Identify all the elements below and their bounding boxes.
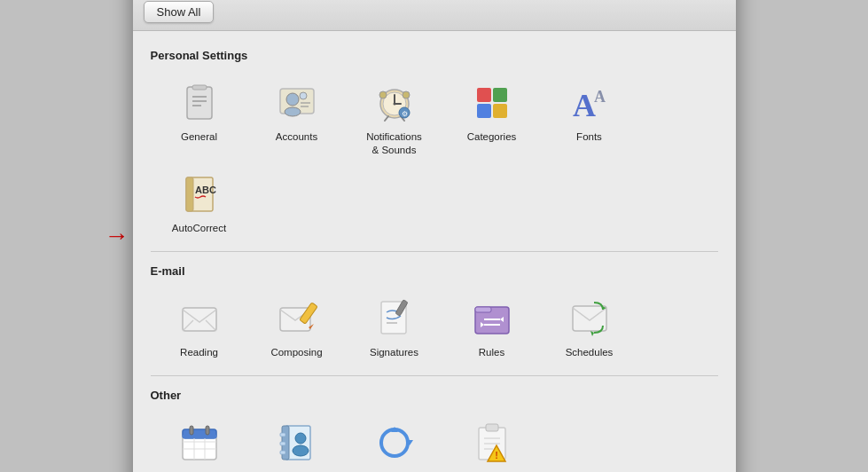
autocorrect-label: AutoCorrect [172,222,226,235]
fonts-label: Fonts [576,130,602,144]
svg-rect-1 [192,85,207,90]
preferences-window: Outlook Preferences Show All Personal Se… [133,0,736,472]
sync-icon [371,420,418,466]
svg-point-19 [403,91,410,98]
sync-item[interactable]: Sync Services [346,413,443,472]
general-icon [176,80,223,126]
fonts-icon: A A [567,80,613,126]
composing-item[interactable]: Composing [248,288,346,366]
svg-rect-54 [190,426,193,435]
svg-rect-61 [280,442,285,445]
schedules-item[interactable]: Schedules [541,288,638,366]
autocorrect-icon: ABC [176,171,223,217]
svg-rect-31 [183,308,216,331]
signatures-item[interactable]: Signatures [346,288,443,366]
schedules-icon [567,295,613,342]
svg-line-16 [385,116,388,121]
schedules-label: Schedules [566,346,614,359]
email-grid: Reading [151,288,718,366]
svg-rect-49 [183,435,216,438]
svg-point-8 [300,92,307,99]
calendar-item[interactable]: Calendar [151,413,248,472]
notifications-label: Notifications& Sounds [366,130,422,157]
svg-point-58 [295,433,306,444]
toolbar: Show All [133,0,736,31]
rules-icon [469,295,515,342]
email-title: E-mail [151,264,718,278]
svg-point-7 [285,107,301,116]
contacts-item[interactable]: Contacts [248,413,346,472]
svg-rect-60 [280,433,285,437]
autocorrect-item[interactable]: ABC AutoCorrect [151,164,248,242]
svg-point-6 [286,93,299,106]
svg-text:A: A [594,88,606,106]
fonts-item[interactable]: A A Fonts [541,73,638,164]
svg-point-15 [393,103,395,106]
email-section: E-mail Reading [151,264,718,366]
svg-rect-66 [486,424,498,431]
svg-rect-29 [186,177,193,211]
signatures-icon [371,295,418,342]
reading-icon [176,295,223,342]
svg-point-18 [379,91,387,98]
svg-text:!: ! [495,450,498,460]
feedback-icon: ! [469,420,515,466]
svg-text:⚙: ⚙ [401,110,407,118]
divider-2 [151,375,718,376]
rules-label: Rules [479,346,504,359]
accounts-label: Accounts [276,130,317,144]
rules-item[interactable]: Rules [443,288,541,366]
svg-rect-25 [493,104,507,118]
svg-rect-44 [573,306,606,331]
show-all-button[interactable]: Show All [144,1,215,23]
personal-settings-grid: General [151,73,718,242]
other-grid: Calendar [151,413,718,472]
general-label: General [181,130,217,144]
composing-label: Composing [270,346,322,359]
composing-icon [274,295,320,342]
svg-rect-24 [477,104,491,118]
svg-marker-46 [590,331,594,336]
signatures-label: Signatures [370,346,418,359]
arrow-indicator: → [105,222,129,250]
svg-rect-62 [280,451,285,454]
personal-settings-title: Personal Settings [151,49,718,62]
svg-rect-39 [475,307,491,312]
general-item[interactable]: General [151,73,248,164]
svg-text:ABC: ABC [195,185,216,195]
reading-item[interactable]: Reading [151,288,248,366]
categories-icon [469,80,515,126]
personal-settings-section: Personal Settings General [151,49,718,242]
calendar-icon [176,420,223,466]
svg-rect-55 [206,426,209,435]
svg-rect-22 [477,88,491,102]
svg-rect-0 [187,87,212,119]
contacts-icon [274,420,320,466]
categories-label: Categories [467,130,517,144]
notifications-item[interactable]: ⚙ Notifications& Sounds [346,73,443,164]
notifications-icon: ⚙ [371,80,418,126]
accounts-item[interactable]: Accounts [248,73,346,164]
svg-rect-23 [493,88,507,102]
reading-label: Reading [180,346,218,359]
divider-1 [151,251,718,252]
svg-text:A: A [573,88,596,123]
accounts-icon [274,80,320,126]
other-title: Other [151,389,718,402]
svg-point-59 [293,445,309,456]
feedback-item[interactable]: ! Feedback [443,413,541,472]
categories-item[interactable]: Categories [443,73,541,164]
preferences-content: Personal Settings General [133,31,736,472]
other-section: Other [151,389,718,472]
